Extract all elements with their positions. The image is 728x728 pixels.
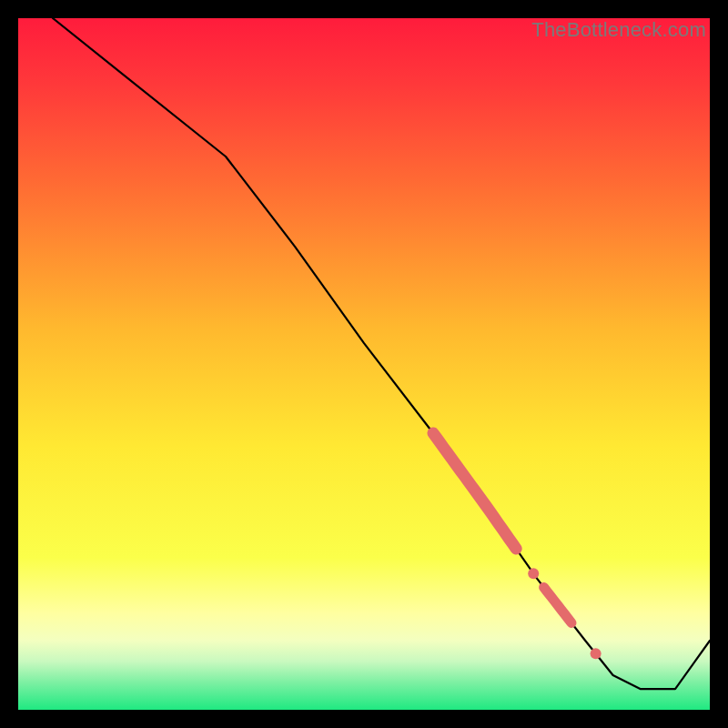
watermark-text: TheBottleneck.com xyxy=(531,18,706,42)
gradient-background xyxy=(18,18,710,710)
chart-frame: TheBottleneck.com xyxy=(18,18,710,710)
highlight-dot xyxy=(591,648,602,659)
highlight-dot xyxy=(528,568,539,579)
chart-canvas xyxy=(18,18,710,710)
